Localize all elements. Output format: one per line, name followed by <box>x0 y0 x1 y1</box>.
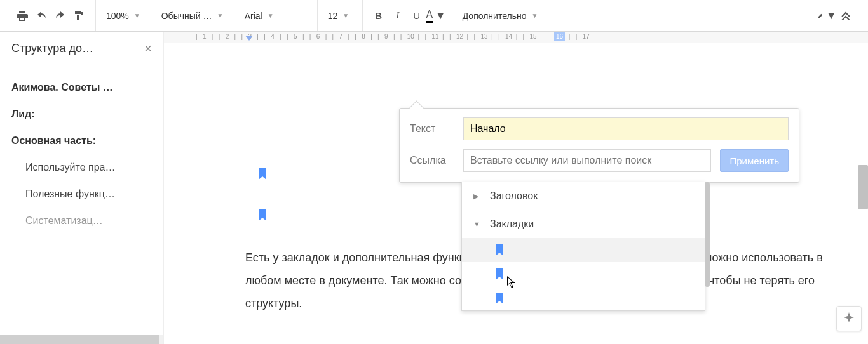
underline-button[interactable]: U <box>407 6 426 25</box>
text-color-button[interactable]: A▼ <box>426 6 445 25</box>
more-label: Дополнительно <box>463 11 527 21</box>
size-select[interactable]: 12▼ <box>324 0 356 31</box>
caret-icon: ▼ <box>435 10 445 22</box>
edit-mode-icon[interactable]: ▼ <box>817 6 836 25</box>
more-select[interactable]: Дополнительно▼ <box>459 0 542 31</box>
dropdown-headings-section[interactable]: ▶ Заголовок <box>462 182 705 210</box>
sidebar-item[interactable]: Используйте пра… <box>11 154 152 181</box>
dialog-text-row: Текст <box>400 109 799 147</box>
sidebar-header: Структура до… × <box>11 41 152 56</box>
text-input[interactable] <box>463 117 789 140</box>
link-label: Ссылка <box>410 155 454 166</box>
toolbar-group-font: Arial▼ <box>234 0 318 31</box>
toolbar-group-format: B I U A▼ <box>363 0 452 31</box>
link-suggestions-dropdown: ▶ Заголовок ▼ Закладки <box>461 182 705 311</box>
sidebar-item[interactable]: Акимова. Советы … <box>11 74 152 101</box>
italic-button[interactable]: I <box>388 6 407 25</box>
chevron-right-icon: ▶ <box>473 192 481 201</box>
font-select[interactable]: Arial▼ <box>241 0 311 31</box>
indent-marker-icon[interactable] <box>245 36 253 42</box>
toolbar-group-size: 12▼ <box>318 0 363 31</box>
apply-button[interactable]: Применить <box>720 149 789 172</box>
sidebar-item[interactable]: Полезные функц… <box>11 181 152 208</box>
bookmark-option[interactable] <box>462 286 705 310</box>
sidebar-item[interactable]: Основная часть: <box>11 128 152 154</box>
toolbar-group-zoom: 100%▼ <box>96 0 151 31</box>
toolbar-group-right: ▼ <box>811 0 862 31</box>
caret-icon: ▼ <box>134 12 140 19</box>
divider <box>11 69 152 69</box>
collapse-icon[interactable] <box>836 6 855 25</box>
explore-button[interactable] <box>836 306 862 331</box>
document-content[interactable]: Есть у закладок и дополнительная функция… <box>164 43 868 56</box>
caret-icon: ▼ <box>342 12 349 19</box>
dropdown-bookmarks-section[interactable]: ▼ Закладки <box>462 210 705 238</box>
sidebar-item[interactable]: Лид: <box>11 101 152 128</box>
bookmark-icon[interactable] <box>258 208 267 227</box>
sidebar-item[interactable]: Систематизац… <box>11 208 152 234</box>
link-dialog: Текст Ссылка Применить <box>399 108 799 183</box>
scrollbar[interactable] <box>705 182 710 287</box>
main-area: Структура до… × Акимова. Советы … Лид: О… <box>0 32 868 344</box>
caret-icon: ▼ <box>826 10 836 22</box>
style-value: Обычный … <box>161 11 212 21</box>
toolbar-group-actions <box>6 0 96 31</box>
toolbar-group-more: Дополнительно▼ <box>452 0 549 31</box>
link-input[interactable] <box>463 149 711 172</box>
caret-icon: ▼ <box>268 12 274 19</box>
zoom-select[interactable]: 100%▼ <box>102 0 144 31</box>
print-icon[interactable] <box>13 6 32 25</box>
chevron-down-icon: ▼ <box>473 220 481 228</box>
bold-button[interactable]: B <box>369 6 388 25</box>
ruler[interactable]: | 1 | | 2 | | 3 | | 4 | | 5 | | 6 | | 7 … <box>164 32 868 43</box>
bookmark-icon[interactable] <box>258 167 267 185</box>
size-value: 12 <box>328 11 338 21</box>
sidebar-title: Структура до… <box>11 42 93 55</box>
bookmark-option[interactable] <box>462 238 705 262</box>
redo-icon[interactable] <box>51 6 70 25</box>
toolbar: 100%▼ Обычный …▼ Arial▼ 12▼ B I U A▼ Доп… <box>0 0 868 32</box>
bookmarks-label: Закладки <box>490 218 534 230</box>
document-area: | 1 | | 2 | | 3 | | 4 | | 5 | | 6 | | 7 … <box>164 32 868 344</box>
paint-format-icon[interactable] <box>70 6 89 25</box>
close-icon[interactable]: × <box>144 41 152 56</box>
text-label: Текст <box>410 123 454 135</box>
outline-sidebar: Структура до… × Акимова. Советы … Лид: О… <box>0 32 164 344</box>
horizontal-scrollbar[interactable] <box>0 335 159 344</box>
bookmark-option[interactable] <box>462 262 705 286</box>
dialog-link-row: Ссылка Применить <box>400 147 799 182</box>
scrollbar[interactable] <box>858 165 868 209</box>
zoom-value: 100% <box>106 11 129 21</box>
style-select[interactable]: Обычный …▼ <box>158 0 227 31</box>
undo-icon[interactable] <box>32 6 51 25</box>
toolbar-group-style: Обычный …▼ <box>151 0 234 31</box>
caret-icon: ▼ <box>531 12 538 19</box>
text-cursor <box>248 61 248 75</box>
headings-label: Заголовок <box>490 190 538 202</box>
font-value: Arial <box>245 11 262 21</box>
caret-icon: ▼ <box>217 12 224 19</box>
